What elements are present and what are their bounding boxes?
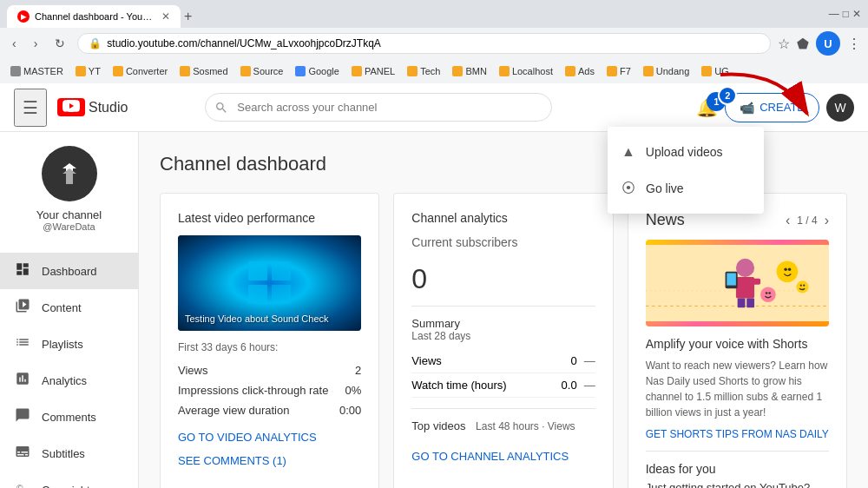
bookmark-icon	[10, 66, 21, 76]
bookmark-icon	[407, 66, 418, 76]
sidebar-item-subtitles[interactable]: Subtitles	[0, 435, 138, 472]
bookmark-undang[interactable]: Undang	[640, 64, 694, 78]
channel-name: Your channel	[36, 208, 102, 221]
bookmark-icon	[565, 66, 575, 76]
bookmark-converter[interactable]: Converter	[109, 64, 171, 78]
windows-logo-decoration	[244, 257, 296, 309]
news-prev-btn[interactable]: ‹	[786, 213, 790, 228]
svg-rect-15	[746, 299, 754, 308]
news-nav: ‹ 1 / 4 ›	[786, 213, 829, 228]
sidebar-item-playlists[interactable]: Playlists	[0, 326, 138, 362]
bookmark-ads[interactable]: Ads	[562, 64, 598, 78]
channel-avatar[interactable]	[42, 146, 97, 201]
yt-studio-logo[interactable]: Studio	[57, 98, 128, 116]
bookmark-label: MASTER	[23, 66, 63, 76]
bookmark-label: Localhost	[512, 66, 553, 76]
svg-point-20	[787, 267, 791, 271]
bookmark-label: YT	[89, 66, 101, 76]
summary-title: Summary	[411, 317, 595, 330]
extensions-btn[interactable]: ⬟	[797, 36, 809, 52]
sidebar-item-copyright[interactable]: © Copyright	[0, 472, 138, 488]
ideas-title: Ideas for you	[646, 462, 829, 476]
bookmark-master[interactable]: MASTER	[7, 64, 67, 78]
secure-icon: 🔒	[89, 37, 102, 49]
channel-avatar-icon	[52, 156, 87, 191]
sidebar-label-playlists: Playlists	[42, 338, 83, 351]
bookmark-google[interactable]: Google	[292, 64, 342, 78]
bookmark-icon	[352, 66, 362, 76]
maximize-btn[interactable]: □	[843, 8, 849, 20]
back-button[interactable]: ‹	[7, 33, 22, 54]
browser-tabs: ▶ Channel dashboard - YouTube S... ✕ +	[7, 0, 195, 28]
news-article-title: Amplify your voice with Shorts	[646, 337, 829, 351]
bookmark-source[interactable]: Source	[237, 64, 287, 78]
notification-wrapper: 🔔 1	[696, 97, 718, 118]
svg-point-25	[799, 285, 801, 287]
video-analytics-link[interactable]: GO TO VIDEO ANALYTICS	[178, 431, 361, 444]
bookmark-ug[interactable]: UG	[698, 64, 733, 78]
see-comments-link[interactable]: SEE COMMENTS (1)	[178, 454, 361, 467]
bookmark-f7[interactable]: F7	[603, 64, 635, 78]
go-live-label: Go live	[646, 181, 684, 195]
bookmark-localhost[interactable]: Localhost	[496, 64, 556, 78]
new-tab-button[interactable]: +	[181, 5, 195, 28]
bookmark-label: Tech	[420, 66, 440, 76]
stat-value-views: 2	[355, 364, 361, 377]
channel-analytics-link[interactable]: GO TO CHANNEL ANALYTICS	[411, 450, 595, 463]
subscribers-label: Current subscribers	[411, 235, 595, 249]
go-live-item[interactable]: ⦿ Go live	[608, 170, 764, 207]
top-nav: ☰ Studio 🔔 1 📹 CREATE	[0, 83, 868, 132]
news-article-link[interactable]: GET SHORTS TIPS FROM NAS DAILY	[646, 428, 829, 440]
close-btn[interactable]: ✕	[852, 8, 861, 20]
url-input[interactable]	[107, 37, 760, 49]
bookmark-yt[interactable]: YT	[72, 64, 104, 78]
sidebar: Your channel @WareData Dashboard Content	[0, 132, 139, 488]
hamburger-menu-btn[interactable]: ☰	[14, 89, 47, 127]
sidebar-label-comments: Comments	[42, 411, 96, 424]
sidebar-item-comments[interactable]: Comments	[0, 399, 138, 435]
chrome-profile-btn[interactable]: U	[816, 31, 840, 56]
bookmark-tech[interactable]: Tech	[404, 64, 444, 78]
yt-logo-icon	[57, 98, 85, 116]
bookmark-label: UG	[714, 66, 729, 76]
bookmark-icon	[499, 66, 510, 76]
user-avatar[interactable]: W	[826, 94, 854, 122]
news-next-btn[interactable]: ›	[825, 213, 829, 228]
summary-period: Last 28 days	[411, 330, 595, 342]
news-title: News	[646, 211, 685, 229]
forward-button[interactable]: ›	[29, 33, 43, 54]
chrome-menu-btn[interactable]: ⋮	[847, 36, 861, 52]
summary-views-dash: —	[584, 354, 595, 367]
sidebar-item-analytics[interactable]: Analytics	[0, 362, 138, 399]
bookmark-bmn[interactable]: BMN	[449, 64, 490, 78]
svg-point-21	[760, 287, 776, 302]
summary-watchtime: Watch time (hours) 0.0 —	[411, 373, 595, 398]
summary-watchtime-value: 0.0	[562, 379, 577, 392]
news-article-body: Want to reach new viewers? Learn how Nas…	[646, 358, 829, 420]
create-button[interactable]: 📹 CREATE	[725, 93, 819, 122]
bookmark-sosmed[interactable]: Sosmed	[176, 64, 231, 78]
bookmark-label: F7	[620, 66, 631, 76]
upload-videos-item[interactable]: ▲ Upload videos	[608, 134, 764, 170]
summary-watchtime-dash: —	[584, 379, 595, 392]
top-videos-title: Top videos	[411, 419, 465, 432]
bookmark-panel[interactable]: PANEL	[348, 64, 398, 78]
minimize-btn[interactable]: —	[829, 8, 839, 20]
refresh-button[interactable]: ↻	[49, 33, 70, 54]
sidebar-item-content[interactable]: Content	[0, 289, 138, 326]
video-thumbnail[interactable]: Testing Video about Sound Check	[178, 235, 361, 331]
search-input[interactable]	[205, 93, 552, 122]
active-tab[interactable]: ▶ Channel dashboard - YouTube S... ✕	[7, 5, 181, 28]
tab-close-btn[interactable]: ✕	[161, 10, 170, 23]
bookmark-label: Ads	[578, 66, 595, 76]
bookmark-icon	[701, 66, 712, 76]
sidebar-label-subtitles: Subtitles	[42, 447, 85, 460]
create-dropdown: ▲ Upload videos ⦿ Go live	[608, 127, 764, 214]
address-bar[interactable]: 🔒	[77, 33, 771, 54]
sidebar-item-dashboard[interactable]: Dashboard	[0, 253, 138, 289]
summary-views-label: Views	[411, 354, 441, 367]
bookmark-star-btn[interactable]: ☆	[778, 36, 790, 52]
stat-value-ctr: 0%	[345, 384, 362, 397]
svg-point-26	[803, 285, 805, 287]
svg-point-18	[776, 260, 798, 282]
